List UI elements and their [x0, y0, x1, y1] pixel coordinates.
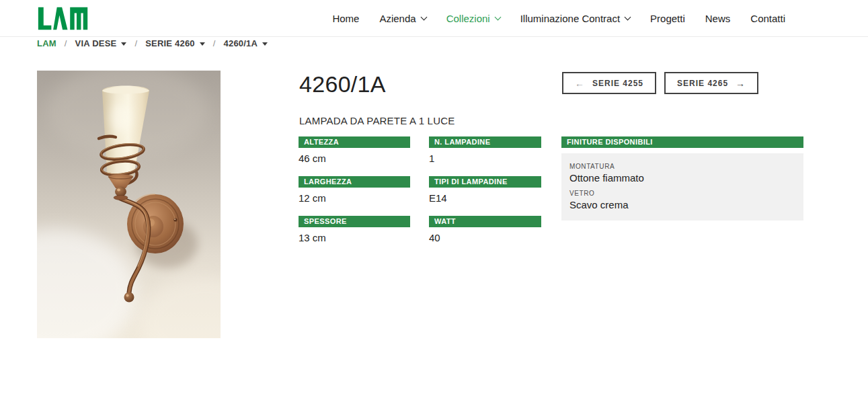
finish-value-montatura: Ottone fiammato [569, 172, 795, 184]
spec-label: N. LAMPADINE [429, 136, 541, 148]
breadcrumb: LAM / VIA DESE / SERIE 4260 / 4260/1A [37, 38, 268, 48]
breadcrumb-item-via-dese[interactable]: VIA DESE [75, 38, 127, 48]
arrow-left-icon: ← [575, 78, 585, 89]
header: Home Azienda Collezioni Illuminazione Co… [0, 0, 868, 37]
nav-item-contatti[interactable]: Contatti [740, 13, 795, 24]
nav-item-progetti[interactable]: Progetti [640, 13, 695, 24]
spec-value: 46 cm [299, 153, 410, 165]
specs-grid: ALTEZZA 46 cm N. LAMPADINE 1 LARGHEZZA 1… [299, 136, 541, 255]
spec-larghezza: LARGHEZZA 12 cm [299, 176, 410, 216]
finish-value-vetro: Scavo crema [569, 199, 795, 210]
spec-label: LARGHEZZA [299, 176, 410, 188]
series-pager: ← SERIE 4255 SERIE 4265 → [562, 72, 758, 94]
chevron-down-icon [625, 14, 631, 21]
main-nav: Home Azienda Collezioni Illuminazione Co… [322, 0, 795, 37]
nav-label: Azienda [379, 13, 416, 24]
nav-label: News [705, 13, 731, 24]
product-description: LAMPADA DA PARETE A 1 LUCE [299, 115, 455, 126]
spec-label: SPESSORE [299, 216, 410, 227]
spec-value: E14 [429, 192, 541, 204]
spec-tipi-lampadine: TIPI DI LAMPADINE E14 [429, 176, 541, 216]
nav-item-home[interactable]: Home [322, 13, 369, 24]
finishes-body: MONTATURA Ottone fiammato VETRO Scavo cr… [561, 153, 803, 221]
caret-down-icon [262, 42, 268, 46]
spec-label: WATT [429, 216, 541, 227]
nav-item-collezioni[interactable]: Collezioni [436, 13, 510, 24]
spec-value: 1 [429, 153, 541, 165]
prev-series-label: SERIE 4255 [592, 79, 643, 88]
lam-logo[interactable] [37, 6, 89, 31]
chevron-down-icon [420, 14, 427, 21]
nav-label: Contatti [750, 13, 785, 24]
spec-value: 13 cm [299, 232, 410, 244]
spec-label: ALTEZZA [299, 136, 410, 148]
nav-item-news[interactable]: News [695, 13, 741, 24]
nav-label: Home [332, 13, 359, 24]
finishes-panel: FINITURE DISPONIBILI MONTATURA Ottone fi… [561, 136, 803, 221]
spec-n-lampadine: N. LAMPADINE 1 [429, 136, 541, 176]
breadcrumb-label: LAM [37, 38, 56, 48]
next-series-label: SERIE 4265 [677, 79, 728, 88]
spec-value: 40 [429, 232, 541, 244]
breadcrumb-label: SERIE 4260 [145, 38, 195, 48]
spec-value: 12 cm [299, 192, 410, 204]
finishes-title: FINITURE DISPONIBILI [561, 136, 803, 148]
breadcrumb-label: 4260/1A [224, 38, 258, 48]
spec-watt: WATT 40 [429, 216, 541, 255]
product-code-title: 4260/1A [299, 71, 386, 97]
arrow-right-icon: → [736, 78, 746, 89]
nav-label: Progetti [650, 13, 685, 24]
product-image[interactable] [37, 71, 221, 338]
page: Home Azienda Collezioni Illuminazione Co… [0, 0, 868, 396]
breadcrumb-item-4260-1a[interactable]: 4260/1A [224, 38, 268, 48]
breadcrumb-separator: / [134, 38, 137, 48]
finish-label-vetro: VETRO [569, 190, 795, 197]
prev-series-button[interactable]: ← SERIE 4255 [562, 72, 656, 94]
finish-label-montatura: MONTATURA [569, 163, 795, 170]
breadcrumb-item-serie-4260[interactable]: SERIE 4260 [145, 38, 205, 48]
arm-ball-finial [124, 292, 134, 303]
spec-label: TIPI DI LAMPADINE [429, 176, 541, 188]
nav-item-azienda[interactable]: Azienda [369, 13, 436, 24]
spec-altezza: ALTEZZA 46 cm [299, 136, 410, 176]
spec-spessore: SPESSORE 13 cm [299, 216, 410, 255]
breadcrumb-item-lam[interactable]: LAM [37, 38, 56, 48]
breadcrumb-label: VIA DESE [75, 38, 117, 48]
nav-item-illuminazione-contract[interactable]: Illuminazione Contract [510, 13, 640, 24]
breadcrumb-separator: / [213, 38, 216, 48]
nav-label: Illuminazione Contract [520, 13, 620, 24]
caret-down-icon [121, 42, 126, 46]
caret-down-icon [200, 42, 205, 46]
chevron-down-icon [494, 14, 501, 21]
nav-label: Collezioni [446, 13, 490, 24]
next-series-button[interactable]: SERIE 4265 → [664, 72, 758, 94]
breadcrumb-separator: / [65, 38, 67, 48]
